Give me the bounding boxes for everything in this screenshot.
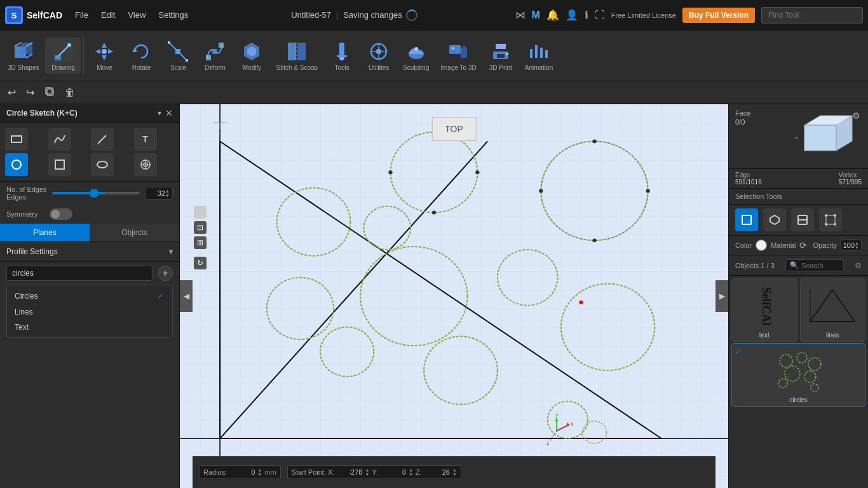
tool-deform[interactable]: Deform: [197, 37, 233, 74]
edges-slider[interactable]: [52, 192, 140, 194]
copy-button[interactable]: [42, 84, 57, 102]
tool-move[interactable]: Move: [86, 37, 122, 74]
start-x-up[interactable]: ▲: [365, 468, 369, 472]
share-icon[interactable]: ⋈: [515, 9, 526, 21]
edges-down-arrow[interactable]: ▼: [165, 193, 170, 198]
drawing-icon: [51, 40, 74, 63]
tool-image-to-3d[interactable]: Image To 3D: [435, 37, 482, 74]
tool-3d-shapes[interactable]: 3D Shapes: [3, 37, 44, 74]
square-tool[interactable]: [48, 153, 71, 176]
tool-utilities[interactable]: Utilities: [361, 37, 397, 74]
material-icon[interactable]: ⟳: [799, 240, 807, 250]
canvas-area[interactable]: ◀ ▶: [180, 104, 728, 488]
objects-settings-gear[interactable]: ⚙: [855, 261, 862, 270]
sel-face-tool[interactable]: [763, 208, 786, 231]
tool-3d-print[interactable]: 3D Print: [483, 37, 519, 74]
start-x-input[interactable]: [337, 468, 362, 476]
panel-dropdown-arrow[interactable]: ▾: [158, 109, 161, 118]
notification-icon[interactable]: 🔔: [546, 9, 559, 21]
svg-marker-55: [97, 143, 100, 144]
start-y-up[interactable]: ▲: [409, 468, 413, 472]
nav-center[interactable]: ⊡: [194, 221, 207, 234]
3d-preview-settings[interactable]: ⚙: [852, 111, 860, 121]
lines-item[interactable]: Lines: [7, 304, 172, 320]
delete-button[interactable]: 🗑: [62, 85, 78, 101]
sel-edge-tool[interactable]: [791, 208, 814, 231]
svg-marker-111: [770, 215, 779, 224]
canvas-nav-left[interactable]: ◀: [180, 280, 193, 312]
svg-rect-10: [55, 55, 61, 60]
rotate-icon: [130, 40, 153, 63]
tab-objects[interactable]: Objects: [90, 224, 179, 241]
obj-thumb-text[interactable]: SelfCAD text: [731, 278, 797, 342]
tool-sculpting[interactable]: Sculpting: [398, 37, 434, 74]
color-swatch[interactable]: [756, 240, 767, 251]
sel-vertex-tool[interactable]: [819, 208, 842, 231]
radius-input[interactable]: [229, 468, 255, 476]
svg-point-93: [579, 301, 583, 304]
svg-point-89: [475, 170, 479, 174]
find-tool-input[interactable]: [761, 7, 863, 24]
tool-drawing[interactable]: Drawing: [45, 37, 81, 74]
tool-rotate[interactable]: Rotate: [123, 37, 159, 74]
add-profile-button[interactable]: +: [158, 266, 173, 281]
svg-rect-64: [180, 104, 728, 488]
symmetry-knob: [51, 210, 60, 219]
start-y-down[interactable]: ▼: [409, 472, 413, 477]
obj-thumb-lines[interactable]: lines: [800, 278, 866, 342]
canvas-nav-right[interactable]: ▶: [715, 280, 728, 312]
settings-menu[interactable]: Settings: [153, 8, 193, 22]
nav-home[interactable]: ⌂: [194, 206, 207, 219]
start-z-up[interactable]: ▲: [452, 468, 457, 472]
nav-rotate-view[interactable]: ↻: [194, 257, 207, 269]
start-x-down[interactable]: ▼: [365, 472, 369, 477]
user-icon[interactable]: 👤: [566, 9, 578, 21]
view-menu[interactable]: View: [123, 8, 151, 22]
radius-arrows: ▲ ▼: [257, 468, 262, 477]
curve-tool[interactable]: [48, 128, 71, 151]
right-panel: Face 0/0 ⚙: [728, 104, 868, 488]
main-toolbar: 3D Shapes Drawing Move: [0, 30, 868, 81]
tool-animation[interactable]: Animation: [520, 37, 558, 74]
edges-up-arrow[interactable]: ▲: [165, 189, 170, 193]
pen-tool[interactable]: [91, 128, 114, 151]
start-z-input[interactable]: [424, 468, 450, 476]
opacity-up[interactable]: ▲: [855, 241, 859, 245]
panel-close-button[interactable]: ✕: [165, 108, 173, 118]
radius-down[interactable]: ▼: [257, 472, 262, 477]
circle-tool[interactable]: [5, 153, 28, 176]
svg-line-96: [557, 424, 569, 431]
tab-planes[interactable]: Planes: [0, 224, 90, 241]
target-tool[interactable]: [134, 153, 157, 176]
buy-button[interactable]: Buy Full Version: [682, 8, 755, 23]
tool-stitch-scoop[interactable]: Stitch & Scoop: [271, 37, 323, 74]
sel-object-tool[interactable]: [735, 208, 758, 231]
rect-sketch-tool[interactable]: [5, 128, 28, 151]
opacity-value: 100: [843, 241, 855, 249]
ellipse-tool[interactable]: [91, 153, 114, 176]
tool-scale[interactable]: Scale: [160, 37, 196, 74]
opacity-down[interactable]: ▼: [855, 245, 859, 250]
text-item[interactable]: Text: [7, 320, 172, 335]
fullscreen-icon[interactable]: ⛶: [595, 10, 605, 21]
profile-settings-header[interactable]: Profile Settings ▾: [0, 242, 179, 262]
radius-up[interactable]: ▲: [257, 468, 262, 472]
info-icon[interactable]: ℹ: [585, 9, 588, 21]
obj-thumb-circles[interactable]: ✓ circles: [731, 343, 865, 407]
undo-button[interactable]: ↩: [5, 84, 18, 101]
text-tool[interactable]: T: [134, 128, 157, 151]
tool-tools[interactable]: Tools: [324, 37, 360, 74]
circles-dropdown[interactable]: circles: [6, 266, 153, 281]
svg-rect-30: [339, 43, 344, 55]
tool-modify[interactable]: Modify: [234, 37, 269, 74]
edit-menu[interactable]: Edit: [96, 8, 120, 22]
nav-fit[interactable]: ⊞: [194, 236, 207, 249]
redo-button[interactable]: ↪: [24, 84, 37, 101]
symmetry-toggle[interactable]: [50, 208, 72, 220]
objects-search-input[interactable]: [801, 262, 839, 269]
file-menu[interactable]: File: [70, 8, 93, 22]
start-z-down[interactable]: ▼: [452, 472, 457, 477]
start-y-input[interactable]: [381, 468, 406, 476]
circles-item[interactable]: Circles ✓: [7, 288, 172, 304]
m-icon[interactable]: M: [532, 10, 540, 21]
